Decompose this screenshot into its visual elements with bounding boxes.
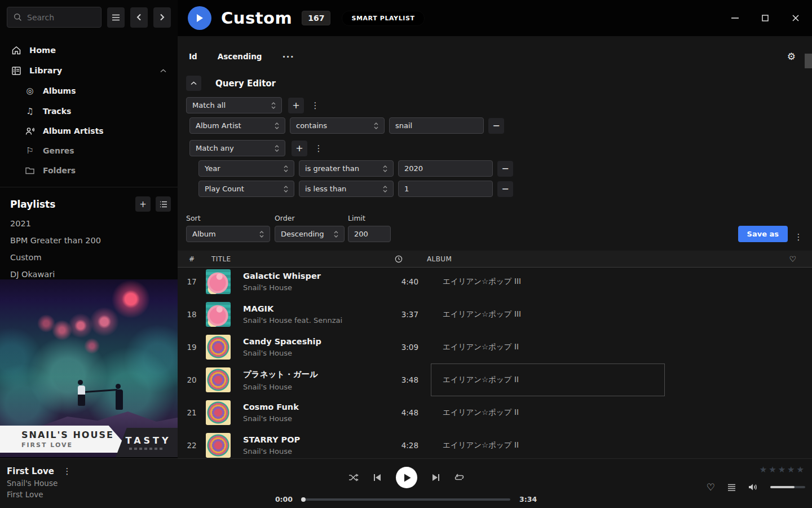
sort-direction-button[interactable]: Ascending bbox=[218, 52, 262, 61]
remove-rule-button[interactable]: − bbox=[497, 181, 513, 197]
star-icon[interactable]: ★ bbox=[797, 465, 804, 475]
match-type-select[interactable]: Match all bbox=[186, 97, 282, 113]
more-options-icon[interactable]: ··· bbox=[283, 51, 294, 62]
rule-value-input[interactable]: 1 bbox=[398, 181, 493, 197]
sidebar-item-tracks[interactable]: ♫ Tracks bbox=[14, 101, 178, 121]
star-icon[interactable]: ★ bbox=[769, 465, 776, 475]
remove-rule-button[interactable]: − bbox=[497, 161, 513, 177]
group-options-icon[interactable]: ⋮ bbox=[310, 100, 320, 111]
play-playlist-button[interactable] bbox=[188, 6, 211, 30]
play-pause-button[interactable] bbox=[396, 467, 417, 488]
query-editor-collapse-button[interactable] bbox=[186, 76, 201, 91]
favorite-heart-icon[interactable]: ♡ bbox=[707, 481, 715, 493]
volume-icon[interactable] bbox=[748, 483, 758, 491]
smart-playlist-badge: SMART PLAYLIST bbox=[342, 11, 424, 26]
track-title: Cosmo Funk bbox=[243, 402, 385, 411]
search-box[interactable] bbox=[7, 7, 102, 28]
shuffle-button[interactable] bbox=[348, 474, 359, 481]
track-row[interactable]: 18 MAGIK Snail's House feat. Sennzai 3:3… bbox=[178, 298, 812, 331]
nav-forward-button[interactable] bbox=[153, 7, 171, 28]
track-album[interactable]: エイリアン☆ポップ II bbox=[436, 331, 665, 364]
volume-slider[interactable] bbox=[770, 486, 805, 488]
sidebar-item-album-artists[interactable]: Album Artists bbox=[14, 121, 178, 141]
sort-field-button[interactable]: Id bbox=[189, 52, 197, 61]
rating-stars[interactable]: ★★★★★ bbox=[760, 465, 804, 475]
save-options-icon[interactable]: ⋮ bbox=[793, 232, 804, 242]
now-playing-artist[interactable]: Snail's House bbox=[7, 479, 186, 488]
sort-label: Sort bbox=[186, 214, 275, 222]
sidebar-item-folders[interactable]: Folders bbox=[14, 161, 178, 180]
playlist-item-bpm[interactable]: BPM Greater than 200 bbox=[0, 232, 178, 249]
sidebar-item-genres[interactable]: ⚐ Genres bbox=[14, 141, 178, 161]
playlist-list-button[interactable] bbox=[156, 196, 171, 212]
repeat-button[interactable] bbox=[454, 474, 464, 481]
seek-slider[interactable] bbox=[302, 498, 510, 501]
order-select[interactable]: Descending bbox=[275, 226, 345, 242]
track-row[interactable]: 19 Candy Spaceship Snail's House 3:09 エイ… bbox=[178, 331, 812, 364]
window-minimize-button[interactable] bbox=[726, 10, 743, 27]
rule-field-select[interactable]: Year bbox=[198, 160, 294, 177]
rule-field-select[interactable]: Album Artist bbox=[189, 117, 285, 134]
previous-track-button[interactable] bbox=[373, 474, 381, 481]
sort-select[interactable]: Album bbox=[186, 226, 270, 242]
rule-field-select[interactable]: Play Count bbox=[198, 181, 294, 197]
search-input[interactable] bbox=[27, 13, 89, 22]
gear-icon[interactable]: ⚙ bbox=[787, 51, 804, 62]
sidebar-item-albums[interactable]: ◎ Albums bbox=[14, 81, 178, 101]
track-album-focused[interactable]: エイリアン☆ポップ II bbox=[431, 364, 665, 396]
now-playing-title[interactable]: First Love bbox=[7, 466, 54, 476]
track-duration: 4:40 bbox=[385, 277, 418, 286]
window-close-button[interactable] bbox=[787, 10, 804, 27]
track-album[interactable]: エイリアン☆ポップ III bbox=[436, 298, 665, 331]
add-playlist-button[interactable]: + bbox=[135, 196, 151, 212]
add-rule-button[interactable]: + bbox=[292, 141, 307, 156]
order-label: Order bbox=[275, 214, 348, 222]
track-row[interactable]: 22 STARRY POP Snail's House 4:28 エイリアン☆ポ… bbox=[178, 429, 812, 462]
now-playing-options-icon[interactable]: ⋮ bbox=[62, 466, 72, 476]
column-header-index[interactable]: # bbox=[178, 255, 206, 263]
volume-fill bbox=[770, 486, 795, 488]
track-row[interactable]: 17 Galactic Whisper Snail's House 4:40 エ… bbox=[178, 268, 812, 298]
rule-operator-select[interactable]: is less than bbox=[299, 181, 394, 197]
star-icon[interactable]: ★ bbox=[778, 465, 785, 475]
rule-operator-select[interactable]: is greater than bbox=[299, 160, 394, 177]
track-album[interactable]: エイリアン☆ポップ II bbox=[436, 429, 665, 462]
now-playing-album[interactable]: First Love bbox=[7, 490, 186, 499]
sidebar-item-home[interactable]: Home bbox=[0, 40, 178, 60]
next-track-button[interactable] bbox=[432, 474, 440, 481]
track-album[interactable]: エイリアン☆ポップ II bbox=[436, 396, 665, 429]
chevron-up-icon[interactable] bbox=[160, 69, 166, 73]
track-artist: Snail's House bbox=[243, 414, 385, 423]
limit-input[interactable]: 200 bbox=[348, 226, 391, 242]
group-options-icon[interactable]: ⋮ bbox=[314, 143, 324, 154]
add-rule-button[interactable]: + bbox=[288, 98, 304, 113]
remove-rule-button[interactable]: − bbox=[488, 118, 504, 134]
seek-handle[interactable] bbox=[301, 497, 306, 502]
playlist-item-2021[interactable]: 2021 bbox=[0, 215, 178, 232]
art-figure-right bbox=[116, 384, 123, 410]
column-header-title[interactable]: TITLE bbox=[206, 255, 369, 263]
star-icon[interactable]: ★ bbox=[760, 465, 767, 475]
star-icon[interactable]: ★ bbox=[787, 465, 795, 475]
queue-icon[interactable] bbox=[727, 484, 736, 491]
window-maximize-button[interactable] bbox=[757, 10, 774, 27]
track-row[interactable]: 21 Cosmo Funk Snail's House 4:48 エイリアン☆ポ… bbox=[178, 396, 812, 429]
track-row[interactable]: 20 プラネット・ガール Snail's House 3:48 エイリアン☆ポッ… bbox=[178, 364, 812, 396]
playlist-item-custom[interactable]: Custom bbox=[0, 249, 178, 266]
rule-operator-select[interactable]: contains bbox=[290, 117, 385, 134]
rule-value-input[interactable]: 2020 bbox=[398, 160, 493, 177]
duration-clock-icon[interactable] bbox=[369, 255, 403, 263]
albums-icon: ◎ bbox=[25, 86, 35, 96]
favorite-heart-icon[interactable]: ♡ bbox=[649, 255, 812, 264]
column-header-album[interactable]: ALBUM bbox=[421, 255, 649, 263]
match-type-select[interactable]: Match any bbox=[189, 140, 285, 156]
track-album[interactable]: エイリアン☆ポップ III bbox=[436, 268, 665, 298]
sidebar-item-library[interactable]: Library bbox=[0, 60, 178, 81]
menu-button[interactable] bbox=[107, 7, 125, 28]
nav-back-button[interactable] bbox=[130, 7, 148, 28]
rule-value-input[interactable]: snail bbox=[389, 117, 484, 134]
library-icon bbox=[11, 67, 21, 75]
now-playing-album-art[interactable]: SNAIL'S HOUSE FIRST LOVE TASTY bbox=[0, 279, 178, 457]
scrollbar-thumb[interactable] bbox=[805, 54, 812, 68]
save-as-button[interactable]: Save as bbox=[738, 226, 788, 242]
